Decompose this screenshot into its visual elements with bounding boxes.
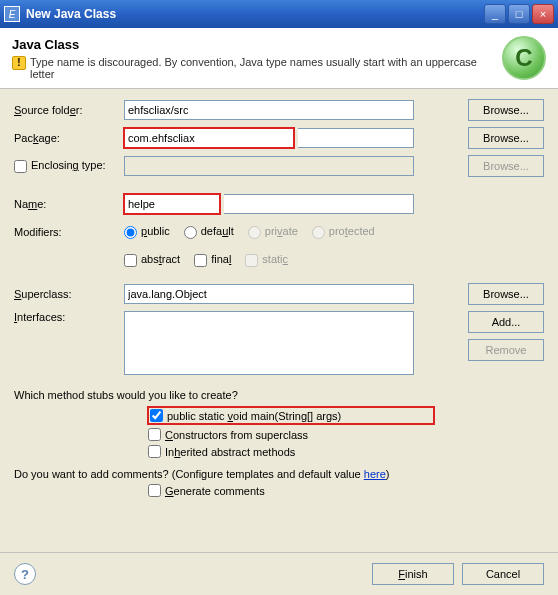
comments-question: Do you want to add comments? (Configure … bbox=[14, 468, 544, 480]
static-checkbox bbox=[245, 254, 258, 267]
name-label: Name: bbox=[14, 198, 124, 210]
superclass-label: Superclass: bbox=[14, 288, 124, 300]
name-input-ext[interactable] bbox=[224, 194, 414, 214]
package-input[interactable] bbox=[124, 128, 294, 148]
package-input-ext[interactable] bbox=[298, 128, 414, 148]
finish-button[interactable]: Finish bbox=[372, 563, 454, 585]
warning-row: ! Type name is discouraged. By conventio… bbox=[12, 56, 494, 80]
configure-link[interactable]: here bbox=[364, 468, 386, 480]
warning-text: Type name is discouraged. By convention,… bbox=[30, 56, 494, 80]
enclosing-browse-button: Browse... bbox=[468, 155, 544, 177]
generate-comments-checkbox[interactable] bbox=[148, 484, 161, 497]
modifier-public[interactable]: public bbox=[124, 225, 170, 239]
enclosing-type-label: Enclosing type: bbox=[14, 159, 124, 173]
close-button[interactable]: × bbox=[532, 4, 554, 24]
modifier-static: static bbox=[245, 253, 288, 267]
constructors-checkbox[interactable] bbox=[148, 428, 161, 441]
package-label: Package: bbox=[14, 132, 124, 144]
minimize-button[interactable]: _ bbox=[484, 4, 506, 24]
public-radio[interactable] bbox=[124, 226, 137, 239]
protected-radio bbox=[312, 226, 325, 239]
modifier-protected: protected bbox=[312, 225, 375, 239]
enclosing-type-input bbox=[124, 156, 414, 176]
interfaces-add-button[interactable]: Add... bbox=[468, 311, 544, 333]
abstract-checkbox[interactable] bbox=[124, 254, 137, 267]
modifier-abstract[interactable]: abstract bbox=[124, 253, 180, 267]
warning-icon: ! bbox=[12, 56, 26, 70]
package-browse-button[interactable]: Browse... bbox=[468, 127, 544, 149]
modifier-private: private bbox=[248, 225, 298, 239]
default-radio[interactable] bbox=[184, 226, 197, 239]
private-radio bbox=[248, 226, 261, 239]
name-input[interactable] bbox=[124, 194, 220, 214]
enclosing-type-checkbox[interactable] bbox=[14, 160, 27, 173]
interfaces-remove-button: Remove bbox=[468, 339, 544, 361]
modifier-final[interactable]: final bbox=[194, 253, 231, 267]
final-checkbox[interactable] bbox=[194, 254, 207, 267]
main-method-checkbox[interactable] bbox=[150, 409, 163, 422]
inherited-checkbox[interactable] bbox=[148, 445, 161, 458]
help-icon[interactable]: ? bbox=[14, 563, 36, 585]
modifier-default[interactable]: default bbox=[184, 225, 234, 239]
titlebar: E New Java Class _ □ × bbox=[0, 0, 558, 28]
stubs-question: Which method stubs would you like to cre… bbox=[14, 389, 544, 401]
main-method-label: public static void main(String[] args) bbox=[167, 410, 341, 422]
footer: ? Finish Cancel bbox=[0, 552, 558, 595]
generate-comments-label: Generate comments bbox=[165, 485, 265, 497]
cancel-button[interactable]: Cancel bbox=[462, 563, 544, 585]
dialog-header: Java Class ! Type name is discouraged. B… bbox=[0, 28, 558, 89]
content-area: Source folder: Browse... Package: Browse… bbox=[0, 89, 558, 511]
source-folder-input[interactable] bbox=[124, 100, 414, 120]
superclass-input[interactable] bbox=[124, 284, 414, 304]
superclass-browse-button[interactable]: Browse... bbox=[468, 283, 544, 305]
source-folder-browse-button[interactable]: Browse... bbox=[468, 99, 544, 121]
interfaces-list[interactable] bbox=[124, 311, 414, 375]
inherited-label: Inherited abstract methods bbox=[165, 446, 295, 458]
maximize-button[interactable]: □ bbox=[508, 4, 530, 24]
app-icon: E bbox=[4, 6, 20, 22]
source-folder-label: Source folder: bbox=[14, 104, 124, 116]
interfaces-label: Interfaces: bbox=[14, 311, 124, 323]
page-title: Java Class bbox=[12, 37, 494, 52]
window-buttons: _ □ × bbox=[484, 4, 554, 24]
class-icon: C bbox=[502, 36, 546, 80]
constructors-label: Constructors from superclass bbox=[165, 429, 308, 441]
window-title: New Java Class bbox=[26, 7, 484, 21]
modifiers-label: Modifiers: bbox=[14, 226, 124, 238]
